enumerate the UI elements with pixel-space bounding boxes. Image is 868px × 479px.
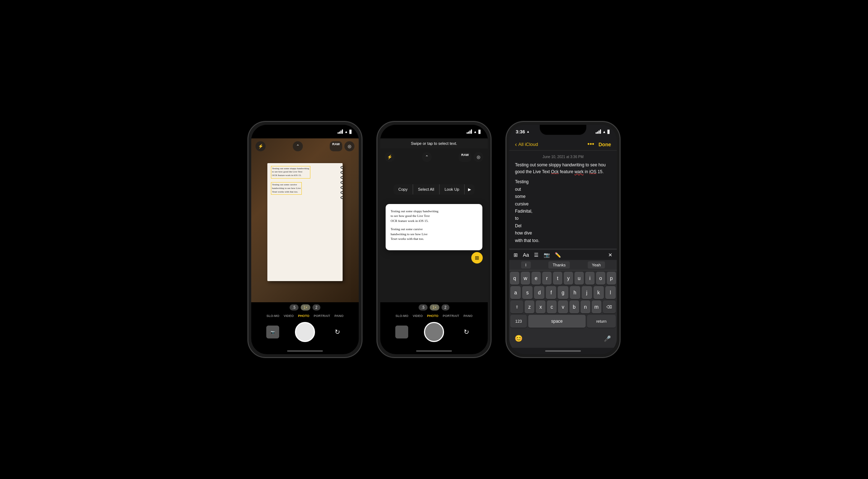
more-button[interactable]: ▶ bbox=[464, 184, 474, 195]
key-shift[interactable]: ⇧ bbox=[510, 300, 523, 313]
more-options-button[interactable]: ••• bbox=[587, 141, 594, 148]
key-b[interactable]: b bbox=[569, 300, 579, 313]
mode-slo-mo[interactable]: SLO-MO bbox=[266, 314, 279, 318]
suggestion-thanks[interactable]: Thanks bbox=[548, 261, 570, 269]
camera-top-controls2: ⚡ ⌃ RAW ◎ bbox=[380, 149, 488, 165]
live-photo-button[interactable]: ◎ bbox=[344, 141, 354, 151]
key-k[interactable]: k bbox=[593, 286, 604, 299]
flip-camera-button2[interactable]: ↻ bbox=[460, 326, 473, 338]
gallery-thumbnail[interactable]: 📷 bbox=[266, 326, 279, 338]
key-u[interactable]: u bbox=[574, 272, 584, 285]
shutter-row: 📷 ↻ bbox=[251, 319, 359, 346]
notes-body[interactable]: Testing out some sloppy handwriting to s… bbox=[515, 162, 611, 244]
look-up-button[interactable]: Look Up bbox=[439, 184, 464, 194]
raw-button2[interactable]: RAW bbox=[459, 152, 471, 162]
mode-photo2[interactable]: PHOTO bbox=[427, 314, 438, 318]
key-a[interactable]: a bbox=[510, 286, 521, 299]
zoom-05[interactable]: .5 bbox=[290, 304, 298, 310]
emoji-button[interactable]: 😊 bbox=[512, 332, 525, 345]
mode-portrait[interactable]: PORTRAIT bbox=[314, 314, 330, 318]
camera-viewfinder: Testing out some sloppy handwriting to s… bbox=[251, 138, 359, 302]
signal-icon2 bbox=[467, 129, 472, 134]
mode-video2[interactable]: VIDEO bbox=[412, 314, 423, 318]
key-m[interactable]: m bbox=[592, 300, 601, 313]
status-right: ▲ ▊ bbox=[338, 129, 352, 134]
live-text-banner: Swipe or tap to select text. bbox=[380, 138, 488, 148]
battery-icon2: ▊ bbox=[478, 130, 481, 134]
camera-image: Testing out some sloppy handwriting to s… bbox=[251, 138, 359, 302]
home-indicator bbox=[251, 348, 359, 354]
key-x[interactable]: x bbox=[536, 300, 545, 313]
suggestion-i[interactable]: I bbox=[521, 261, 531, 269]
keyboard-toolbar: ⊞ Aa ☰ 📷 ✏️ ✕ bbox=[509, 250, 617, 260]
key-return[interactable]: return bbox=[587, 315, 616, 328]
mic-button[interactable]: 🎤 bbox=[601, 332, 614, 345]
key-r[interactable]: r bbox=[542, 272, 552, 285]
key-123[interactable]: 123 bbox=[510, 315, 527, 328]
text-format-icon[interactable]: Aa bbox=[523, 252, 529, 258]
key-t[interactable]: t bbox=[553, 272, 562, 285]
card-text2: Testing out some cursive handwriting to … bbox=[391, 227, 477, 242]
zoom-1x-2[interactable]: 1× bbox=[430, 304, 439, 310]
key-q[interactable]: q bbox=[510, 272, 519, 285]
suggestion-yeah[interactable]: Yeah bbox=[588, 261, 605, 269]
flash-button2[interactable]: ⚡ bbox=[385, 152, 395, 162]
mode-photo[interactable]: PHOTO bbox=[298, 314, 309, 318]
shutter-button[interactable] bbox=[295, 322, 315, 342]
key-o[interactable]: o bbox=[596, 272, 605, 285]
key-d[interactable]: d bbox=[534, 286, 544, 299]
flash-button[interactable]: ⚡ bbox=[256, 141, 266, 151]
table-icon[interactable]: ⊞ bbox=[514, 252, 518, 258]
back-label: All iCloud bbox=[518, 142, 538, 147]
key-l[interactable]: l bbox=[605, 286, 616, 299]
camera-insert-icon[interactable]: 📷 bbox=[544, 252, 550, 258]
key-v[interactable]: v bbox=[558, 300, 568, 313]
key-i[interactable]: i bbox=[585, 272, 595, 285]
zoom-05-2[interactable]: .5 bbox=[419, 304, 427, 310]
mode-video[interactable]: VIDEO bbox=[283, 314, 294, 318]
zoom-1x[interactable]: 1× bbox=[301, 304, 310, 310]
key-c[interactable]: c bbox=[547, 300, 557, 313]
note-date: June 10, 2021 at 3:36 PM bbox=[515, 155, 611, 159]
back-button[interactable]: ‹ All iCloud bbox=[515, 141, 538, 148]
key-f[interactable]: f bbox=[546, 286, 556, 299]
notebook-text-line2: to see how good the Live Text bbox=[272, 170, 309, 174]
key-y[interactable]: y bbox=[564, 272, 573, 285]
key-s[interactable]: s bbox=[522, 286, 533, 299]
key-j[interactable]: j bbox=[582, 286, 592, 299]
key-z[interactable]: z bbox=[525, 300, 534, 313]
shutter-button2[interactable] bbox=[424, 322, 444, 342]
mode-pano2[interactable]: PANO bbox=[463, 314, 472, 318]
camera-app: Testing out some sloppy handwriting to s… bbox=[251, 138, 359, 348]
done-button[interactable]: Done bbox=[598, 142, 611, 147]
key-w[interactable]: w bbox=[521, 272, 530, 285]
zoom-2x[interactable]: 2 bbox=[313, 304, 320, 310]
gallery-thumbnail2[interactable] bbox=[395, 326, 408, 338]
checklist-icon[interactable]: ☰ bbox=[534, 252, 539, 258]
mode-slo-mo2[interactable]: SLO-MO bbox=[395, 314, 408, 318]
zoom-toggle[interactable]: ⌃ bbox=[293, 141, 303, 151]
flip-camera-button[interactable]: ↻ bbox=[331, 326, 344, 338]
zoom-2x-2[interactable]: 2 bbox=[442, 304, 449, 310]
key-e[interactable]: e bbox=[531, 272, 541, 285]
mode-pano[interactable]: PANO bbox=[334, 314, 343, 318]
mode-portrait2[interactable]: PORTRAIT bbox=[443, 314, 459, 318]
keyboard-close-button[interactable]: ✕ bbox=[608, 252, 612, 258]
live-photo-button2[interactable]: ◎ bbox=[473, 152, 483, 162]
live-text-icon[interactable]: ⊞ bbox=[471, 252, 483, 264]
key-delete[interactable]: ⌫ bbox=[603, 300, 616, 313]
camera-modes2: SLO-MO VIDEO PHOTO PORTRAIT PANO bbox=[380, 313, 488, 319]
key-h[interactable]: h bbox=[570, 286, 580, 299]
zoom-toggle2[interactable]: ⌃ bbox=[422, 152, 432, 162]
key-n[interactable]: n bbox=[581, 300, 590, 313]
key-space[interactable]: space bbox=[528, 315, 586, 328]
handwriting-icon[interactable]: ✏️ bbox=[555, 252, 561, 258]
wark-text: wark bbox=[574, 169, 583, 174]
copy-button[interactable]: Copy bbox=[394, 184, 413, 194]
key-p[interactable]: p bbox=[607, 272, 616, 285]
notes-time: 3:36 ▲ bbox=[516, 129, 530, 134]
phone1: ▲ ▊ Te bbox=[248, 121, 362, 358]
key-g[interactable]: g bbox=[558, 286, 568, 299]
raw-button[interactable]: RAW bbox=[330, 141, 342, 151]
select-all-button[interactable]: Select All bbox=[413, 184, 439, 194]
